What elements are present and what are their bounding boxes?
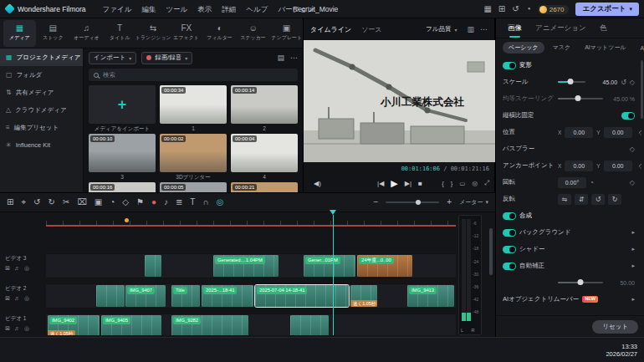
media-tab-テンプレート[interactable]: ▣テンプレート bbox=[270, 20, 303, 47]
clip-untitled[interactable] bbox=[96, 285, 125, 307]
media-thumbnail[interactable]: 00:00:05 bbox=[160, 182, 227, 192]
rotation-dial-icon[interactable]: ◔ bbox=[590, 179, 594, 186]
plugin-icon[interactable]: ⊞ bbox=[498, 5, 505, 13]
rotate-ccw-icon[interactable]: ↺ bbox=[591, 194, 605, 205]
search-input[interactable] bbox=[103, 71, 270, 79]
properties-tab-色[interactable]: 色 bbox=[600, 23, 607, 38]
more-options-icon[interactable]: ⋯ bbox=[290, 54, 298, 62]
clip-Gener...01PM[interactable]: Gener...01PM bbox=[304, 255, 355, 277]
row-toggle[interactable] bbox=[503, 246, 516, 253]
keyframe-icon[interactable]: ◇ bbox=[630, 79, 635, 86]
crop-icon[interactable]: ▣ bbox=[95, 198, 102, 206]
slider-knob[interactable] bbox=[575, 95, 581, 101]
row-toggle[interactable] bbox=[503, 263, 516, 270]
menu-表示[interactable]: 表示 bbox=[192, 0, 217, 18]
snapshot-icon[interactable]: ◎ bbox=[468, 180, 481, 187]
clip-IMG_9402[interactable]: IMG_9402速く1.05秒 bbox=[48, 315, 100, 335]
properties-scrollbar[interactable] bbox=[641, 60, 643, 119]
sidebar-item-フォルダ[interactable]: ▢フォルダ bbox=[0, 66, 83, 84]
flip-vertical-icon[interactable]: ⇵ bbox=[575, 194, 588, 205]
preview-more-icon[interactable]: ⋯ bbox=[480, 25, 488, 33]
list-view-icon[interactable]: ▤ bbox=[277, 54, 284, 62]
clip-2025-...18-41[interactable]: 2025-...18-41 bbox=[202, 285, 253, 307]
properties-subtab-AIマットツール[interactable]: AIマットツール bbox=[579, 42, 631, 54]
lock-icon[interactable]: ⊠ bbox=[5, 265, 10, 272]
prop-slider[interactable] bbox=[558, 81, 585, 83]
volume-icon[interactable]: ◀) bbox=[310, 180, 325, 187]
sidebar-item-クラウドメディア[interactable]: △クラウドメディア bbox=[0, 101, 83, 119]
reset-button[interactable]: リセット bbox=[592, 320, 638, 334]
lock-icon[interactable]: ⊠ bbox=[5, 325, 10, 332]
clip-IMG_9405[interactable]: IMG_9405 bbox=[101, 315, 161, 335]
reset-icon[interactable]: ↺ bbox=[621, 79, 626, 86]
start-button[interactable] bbox=[314, 342, 331, 359]
zoom-slider[interactable] bbox=[386, 201, 439, 203]
media-thumbnail[interactable]: 00:00:16 bbox=[89, 182, 156, 192]
voiceover-icon[interactable]: ♪ bbox=[164, 198, 168, 206]
tab-timeline[interactable]: タイムライン bbox=[310, 25, 351, 34]
slider-knob[interactable] bbox=[567, 79, 573, 84]
video-viewport[interactable]: 小川工業株式会社 bbox=[304, 40, 496, 162]
y-value-field[interactable]: 0.00 bbox=[604, 127, 632, 138]
sidebar-item-Influence Kit[interactable]: ✳Influence Kit bbox=[0, 136, 83, 154]
notification-icon[interactable]: ◔ bbox=[526, 5, 531, 13]
quality-select[interactable]: フル品質▾ bbox=[426, 25, 457, 33]
media-browser-icon[interactable]: ⊞ bbox=[7, 198, 13, 206]
clip-untitled[interactable] bbox=[290, 315, 329, 335]
properties-subtab-マスク[interactable]: マスク bbox=[547, 42, 577, 54]
media-thumbnail[interactable]: 00:00:14 bbox=[231, 85, 298, 124]
display-settings-icon[interactable]: ▥ bbox=[467, 25, 474, 33]
zoom-in-icon[interactable]: + bbox=[447, 198, 452, 206]
prop-slider[interactable] bbox=[558, 98, 603, 99]
media-tab-トランジション[interactable]: ⇆トランジション bbox=[136, 20, 169, 47]
media-thumbnail[interactable]: 00:00:21 bbox=[231, 182, 298, 192]
clip-untitled[interactable]: 速く1.05秒 bbox=[350, 285, 377, 307]
clip-Title[interactable]: Title bbox=[171, 285, 200, 307]
media-thumbnail[interactable]: 00:00:02 bbox=[160, 134, 227, 172]
prop-slider[interactable] bbox=[558, 282, 603, 283]
clip-IMG_9282[interactable]: IMG_9282 bbox=[171, 315, 248, 335]
lock-icon[interactable]: ⊠ bbox=[5, 295, 10, 302]
split-icon[interactable]: ✂ bbox=[63, 198, 69, 206]
timeline-marker[interactable] bbox=[125, 218, 129, 222]
mute-icon[interactable]: ♬ bbox=[14, 265, 20, 272]
media-tab-タイトル[interactable]: Tタイトル bbox=[104, 20, 136, 47]
record-icon[interactable]: ● bbox=[151, 198, 156, 206]
export-button[interactable]: エクスポート▾ bbox=[575, 3, 639, 16]
clip-IMG_9407[interactable]: IMG_9407 bbox=[125, 285, 166, 307]
playhead[interactable] bbox=[333, 215, 334, 335]
properties-subtab-ベーシック[interactable]: ベーシック bbox=[503, 42, 544, 54]
menu-ファイル[interactable]: ファイル bbox=[98, 0, 137, 18]
x-value-field[interactable]: 0.00 bbox=[565, 127, 593, 138]
crop-preview-icon[interactable]: ▭ bbox=[456, 180, 468, 187]
delete-icon[interactable]: ⌧ bbox=[77, 198, 87, 206]
media-tab-ステッカー[interactable]: ☺ステッカー bbox=[237, 20, 269, 47]
speed-icon[interactable]: ◔ bbox=[110, 198, 115, 206]
keyframe-icon[interactable]: ◇ bbox=[630, 179, 635, 186]
rotation-field[interactable]: 0.00° bbox=[558, 177, 586, 188]
x-value-field[interactable]: 0.00 bbox=[565, 161, 593, 171]
menu-編集[interactable]: 編集 bbox=[136, 0, 161, 18]
slider-knob[interactable] bbox=[578, 279, 584, 285]
media-tab-オーディオ[interactable]: ♫オーディオ bbox=[70, 20, 103, 47]
properties-tab-アニメーション[interactable]: アニメーション bbox=[535, 23, 586, 38]
keyframe-icon[interactable]: ◇ bbox=[639, 162, 641, 170]
fullscreen-icon[interactable]: ⤢ bbox=[481, 179, 493, 187]
undo-icon[interactable]: ↺ bbox=[33, 198, 40, 206]
taskbar-clock[interactable]: 13:33 2026/02/27 bbox=[606, 343, 637, 359]
properties-tab-画像[interactable]: 画像 bbox=[508, 23, 522, 38]
preview-render-icon[interactable]: ◎ bbox=[217, 198, 224, 206]
expand-icon[interactable]: ▸ bbox=[631, 263, 635, 269]
visibility-icon[interactable]: ◎ bbox=[24, 295, 29, 302]
media-tab-フィルター[interactable]: ◐フィルター bbox=[203, 20, 236, 47]
record-dropdown[interactable]: 録画/録音▾ bbox=[141, 52, 192, 64]
expand-icon[interactable]: ▸ bbox=[631, 229, 635, 236]
menu-ヘルプ[interactable]: ヘルプ bbox=[241, 0, 273, 18]
aspect-lock-toggle[interactable] bbox=[621, 112, 635, 120]
next-frame-icon[interactable]: ▶| bbox=[401, 180, 415, 187]
stop-icon[interactable]: ■ bbox=[415, 180, 426, 187]
select-tool-icon[interactable]: ⌖ bbox=[21, 198, 26, 206]
mixer-icon[interactable]: ≣ bbox=[176, 198, 182, 206]
media-thumbnail[interactable]: 00:00:04 bbox=[231, 134, 298, 172]
section-toggle[interactable] bbox=[503, 62, 516, 69]
